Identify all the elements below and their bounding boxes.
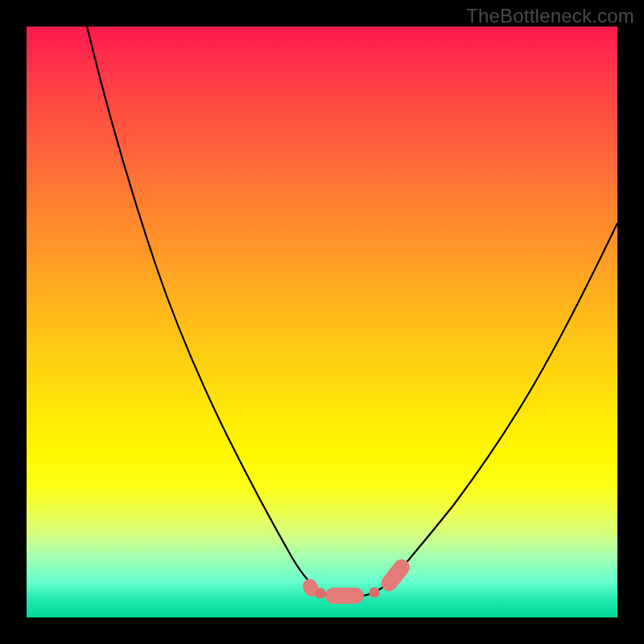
- attribution-label: TheBottleneck.com: [466, 5, 634, 27]
- bottleneck-curve: [87, 27, 617, 597]
- marker-dot-left: [315, 588, 325, 598]
- plot-area: [27, 27, 617, 617]
- outer-frame: TheBottleneck.com: [0, 0, 644, 644]
- marker-pill-center: [325, 588, 364, 604]
- floor-markers: [300, 556, 413, 604]
- chart-svg: [27, 27, 617, 617]
- marker-dot-right: [369, 587, 379, 597]
